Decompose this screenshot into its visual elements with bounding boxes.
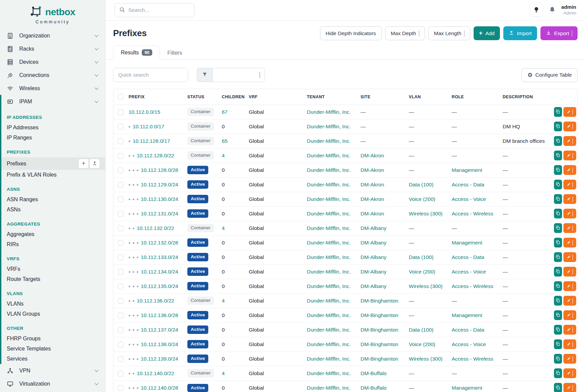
tenant-link[interactable]: Dunder-Mifflin, Inc. [307, 370, 351, 376]
column-header-site[interactable]: SITE [361, 89, 409, 105]
children-count[interactable]: 65 [222, 138, 228, 144]
site-link[interactable]: DM-Akron [361, 211, 384, 216]
copy-button[interactable] [554, 122, 562, 131]
role-link[interactable]: Access - Voice [452, 269, 486, 275]
children-count[interactable]: 4 [222, 225, 225, 231]
prefix-link[interactable]: 10.112.137.0/24 [141, 327, 178, 333]
vlan-link[interactable]: Voice (200) [409, 269, 435, 275]
site-link[interactable]: DM-Binghamton [361, 356, 398, 362]
row-checkbox[interactable] [118, 197, 124, 202]
tenant-link[interactable]: Dunder-Mifflin, Inc. [307, 341, 351, 347]
column-header-description[interactable]: DESCRIPTION [503, 89, 554, 105]
configure-table-button[interactable]: ⚙ Configure Table [522, 68, 578, 82]
copy-button[interactable] [554, 325, 562, 335]
tenant-link[interactable]: Dunder-Mifflin, Inc. [307, 109, 351, 115]
sidebar-item-vpn[interactable]: VPN [0, 364, 105, 377]
filter-field-select[interactable] [212, 68, 265, 82]
role-link[interactable]: Access - Data [452, 327, 484, 333]
vlan-link[interactable]: Wireless (300) [409, 283, 443, 289]
vlan-link[interactable]: Data (100) [409, 182, 433, 187]
copy-button[interactable] [554, 267, 562, 277]
vlan-link[interactable]: Voice (200) [409, 196, 435, 202]
tenant-link[interactable]: Dunder-Mifflin, Inc. [307, 254, 351, 260]
copy-button[interactable] [554, 383, 562, 392]
edit-button[interactable] [563, 209, 576, 218]
row-checkbox[interactable] [118, 269, 124, 275]
sidebar-item-asn-ranges[interactable]: ASN Ranges [1, 194, 105, 205]
children-count[interactable]: 67 [222, 109, 228, 115]
tenant-link[interactable]: Dunder-Mifflin, Inc. [307, 153, 351, 158]
edit-button[interactable] [563, 136, 576, 146]
sidebar-item-virtualization[interactable]: Virtualization [0, 377, 105, 390]
prefix-link[interactable]: 10.112.133.0/24 [141, 254, 178, 260]
role-link[interactable]: Access - Data [452, 182, 484, 187]
sidebar-item-asns[interactable]: ASNs [1, 205, 105, 215]
site-link[interactable]: DM-Binghamton [361, 341, 398, 347]
notifications-button[interactable] [549, 6, 556, 15]
copy-button[interactable] [554, 180, 562, 189]
export-dropdown[interactable]: Export [540, 26, 578, 40]
search-input[interactable] [128, 7, 190, 13]
edit-button[interactable] [563, 296, 576, 306]
row-checkbox[interactable] [118, 284, 124, 289]
filter-button[interactable] [197, 68, 212, 82]
copy-button[interactable] [554, 368, 562, 378]
row-checkbox[interactable] [118, 211, 124, 217]
select-all-checkbox[interactable] [118, 94, 124, 100]
copy-button[interactable] [554, 194, 562, 204]
tab-filters[interactable]: Filters [160, 47, 190, 60]
edit-button[interactable] [563, 194, 576, 204]
role-link[interactable]: Access - Voice [452, 196, 486, 202]
sidebar-item-fhrp-groups[interactable]: FHRP Groups [1, 334, 105, 344]
hide-depth-indicators-button[interactable]: Hide Depth Indicators [320, 26, 382, 40]
prefix-link[interactable]: 10.112.128.0/17 [133, 138, 170, 144]
vlan-link[interactable]: Data (100) [409, 254, 433, 260]
role-link[interactable]: Management [452, 240, 482, 245]
copy-button[interactable] [554, 151, 562, 160]
edit-button[interactable] [563, 383, 576, 392]
prefix-link[interactable]: 10.112.0.0/15 [129, 109, 160, 115]
prefix-link[interactable]: 10.112.128.0/22 [137, 153, 174, 158]
edit-button[interactable] [563, 252, 576, 262]
sidebar-item-vrfs[interactable]: VRFs [1, 264, 105, 274]
children-count[interactable]: 4 [222, 153, 225, 158]
prefixes-quick-import-button[interactable] [89, 159, 100, 168]
column-header-role[interactable]: ROLE [452, 89, 503, 105]
edit-button[interactable] [563, 165, 576, 175]
vlan-link[interactable]: Voice (200) [409, 341, 435, 347]
role-link[interactable]: Management [452, 312, 482, 318]
copy-button[interactable] [554, 281, 562, 291]
column-header-prefix[interactable]: PREFIX [129, 89, 187, 105]
prefix-link[interactable]: 10.112.139.0/24 [141, 356, 178, 362]
site-link[interactable]: DM-Albany [361, 225, 387, 231]
tenant-link[interactable]: Dunder-Mifflin, Inc. [307, 283, 351, 289]
row-checkbox[interactable] [118, 109, 124, 115]
row-checkbox[interactable] [118, 342, 124, 347]
row-checkbox[interactable] [118, 153, 124, 159]
tenant-link[interactable]: Dunder-Mifflin, Inc. [307, 312, 351, 318]
netbox-logo[interactable]: netbox Community [0, 4, 105, 29]
copy-button[interactable] [554, 296, 562, 306]
sidebar-item-ip-addresses[interactable]: IP Addresses [1, 123, 105, 133]
prefix-link[interactable]: 10.112.136.0/22 [137, 298, 174, 304]
sidebar-item-prefixes[interactable]: Prefixes [1, 157, 105, 170]
role-link[interactable]: Access - Wireless [452, 211, 493, 216]
tenant-link[interactable]: Dunder-Mifflin, Inc. [307, 182, 351, 187]
row-checkbox[interactable] [118, 182, 124, 188]
quick-search-input[interactable] [113, 68, 188, 82]
sidebar-item-connections[interactable]: Connections [0, 69, 105, 82]
column-header-vlan[interactable]: VLAN [409, 89, 452, 105]
prefix-link[interactable]: 10.112.132.0/28 [141, 240, 178, 245]
edit-button[interactable] [563, 339, 576, 349]
sidebar-item-service-templates[interactable]: Service Templates [1, 344, 105, 354]
copy-button[interactable] [554, 339, 562, 349]
copy-button[interactable] [554, 136, 562, 146]
copy-button[interactable] [554, 252, 562, 262]
role-link[interactable]: Access - Data [452, 254, 484, 260]
row-checkbox[interactable] [118, 124, 124, 130]
global-search[interactable] [114, 3, 194, 17]
copy-button[interactable] [554, 165, 562, 175]
prefix-link[interactable]: 10.112.132.0/22 [137, 225, 174, 231]
prefix-link[interactable]: 10.112.131.0/24 [141, 211, 178, 216]
max-depth-dropdown[interactable]: Max Depth [385, 26, 425, 40]
